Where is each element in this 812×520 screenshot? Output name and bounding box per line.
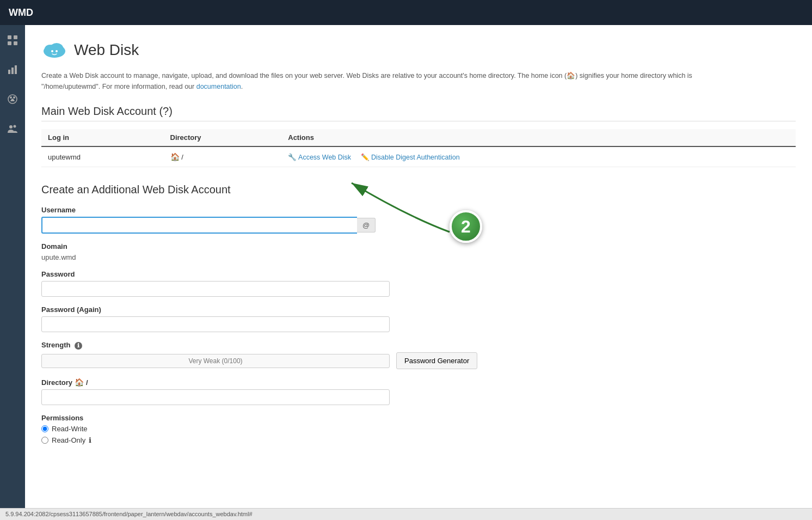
documentation-link[interactable]: documentation [196, 83, 241, 90]
svg-rect-2 [8, 41, 11, 45]
sidebar [0, 25, 25, 508]
cell-actions: 🔧 Access Web Disk ✏️ Disable Digest Auth… [281, 146, 796, 167]
directory-input[interactable] [41, 389, 390, 405]
directory-label: Directory [41, 378, 72, 387]
strength-label: Strength ℹ [41, 341, 796, 350]
svg-rect-3 [14, 41, 17, 45]
col-directory: Directory [164, 129, 282, 146]
web-disk-icon [41, 36, 67, 64]
svg-rect-4 [8, 70, 10, 74]
svg-rect-6 [15, 65, 17, 74]
password-group: Password [41, 270, 796, 297]
svg-point-16 [56, 50, 58, 52]
svg-point-8 [10, 96, 12, 99]
page-description: Create a Web Disk account to manage, nav… [41, 70, 694, 92]
disable-digest-auth-link[interactable]: ✏️ Disable Digest Authentication [361, 154, 460, 161]
dir-home-icon: 🏠 [75, 378, 84, 387]
domain-value: upute.wmd [41, 253, 76, 261]
at-symbol: @ [357, 218, 376, 233]
cell-login: uputewmd [41, 146, 164, 167]
domain-label: Domain [41, 242, 796, 250]
col-login: Log in [41, 129, 164, 146]
rw-radio[interactable] [41, 425, 48, 432]
statusbar: 5.9.94.204:2082/cpsess3113657885/fronten… [0, 508, 812, 520]
dir-slash: / [181, 153, 183, 161]
page-title: Web Disk [74, 41, 139, 59]
permissions-label: Permissions [41, 414, 796, 422]
ro-info-icon: ℹ [89, 436, 91, 444]
col-actions: Actions [281, 129, 796, 146]
table-row: uputewmd 🏠 / 🔧 Access Web Disk ✏️ Disabl… [41, 146, 796, 167]
svg-rect-1 [14, 35, 17, 39]
app-title: WMD [9, 7, 33, 19]
password-generator-button[interactable]: Password Generator [396, 352, 477, 369]
sidebar-item-stats[interactable] [3, 60, 22, 79]
svg-point-11 [14, 125, 16, 128]
password-again-group: Password (Again) [41, 305, 796, 332]
sidebar-item-users[interactable] [3, 119, 22, 138]
svg-rect-0 [8, 35, 11, 39]
password-label: Password [41, 270, 796, 278]
home-dir-icon: 🏠 [170, 152, 180, 161]
wrench-icon: 🔧 [288, 154, 298, 161]
ro-radio[interactable] [41, 437, 48, 444]
strength-group: Strength ℹ Very Weak (0/100) Password Ge… [41, 341, 796, 369]
svg-point-9 [13, 96, 15, 99]
strength-info-icon: ℹ [75, 342, 82, 350]
username-group: Username @ [41, 206, 796, 234]
main-content: Web Disk Create a Web Disk account to ma… [25, 25, 812, 508]
svg-point-15 [51, 50, 53, 52]
main-account-table: Log in Directory Actions uputewmd 🏠 / 🔧 … [41, 129, 796, 167]
username-label: Username [41, 206, 796, 214]
rw-label: Read-Write [52, 425, 88, 433]
access-web-disk-link[interactable]: 🔧 Access Web Disk [288, 154, 353, 161]
password-input[interactable] [41, 281, 390, 297]
status-url: 5.9.94.204:2082/cpsess3113657885/fronten… [5, 511, 253, 517]
ro-label: Read-Only [52, 436, 85, 444]
sidebar-item-theme[interactable] [3, 89, 22, 109]
cell-directory: 🏠 / [164, 146, 282, 167]
domain-group: Domain upute.wmd [41, 242, 796, 261]
username-input[interactable] [41, 217, 357, 234]
pencil-icon: ✏️ [361, 154, 371, 161]
password-again-input[interactable] [41, 316, 390, 332]
dir-sep: / [86, 378, 88, 387]
ro-radio-row: Read-Only ℹ [41, 436, 796, 444]
password-again-label: Password (Again) [41, 305, 796, 314]
topbar: WMD [0, 0, 812, 25]
sidebar-item-apps[interactable] [3, 30, 22, 50]
svg-rect-5 [11, 68, 14, 74]
create-form-heading: Create an Additional Web Disk Account [41, 183, 796, 196]
main-account-heading: Main Web Disk Account (?) [41, 105, 796, 121]
rw-radio-row: Read-Write [41, 425, 796, 433]
svg-point-10 [9, 125, 13, 129]
strength-bar: Very Weak (0/100) [41, 354, 390, 368]
permissions-group: Permissions Read-Write Read-Only ℹ [41, 414, 796, 444]
directory-label-row: Directory 🏠 / [41, 378, 796, 387]
page-title-row: Web Disk [41, 36, 796, 64]
directory-group: Directory 🏠 / [41, 378, 796, 405]
